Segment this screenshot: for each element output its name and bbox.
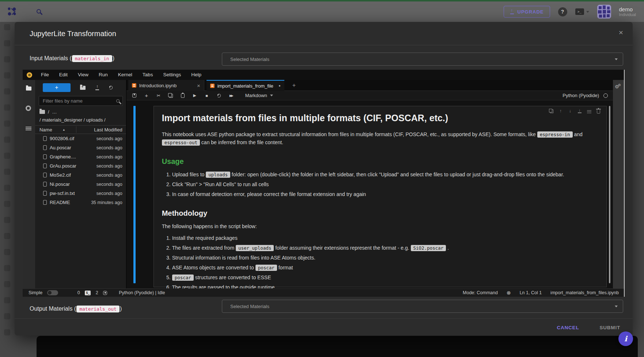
help-icon[interactable]: ? xyxy=(558,7,567,16)
methodology-list: Install the required packagesThe files a… xyxy=(162,234,597,288)
column-header-modified[interactable]: Last Modified xyxy=(94,127,122,133)
kernel-status-icon[interactable] xyxy=(603,93,608,98)
menu-item[interactable]: Tabs xyxy=(137,70,158,80)
add-tab-button[interactable] xyxy=(289,80,299,91)
file-row[interactable]: README 35 minutes ago xyxy=(35,198,126,207)
file-row[interactable]: MoSe2.cif seconds ago xyxy=(35,170,126,180)
restart-run-all-button[interactable] xyxy=(228,94,234,97)
dialog-footer: CANCEL SUBMIT xyxy=(554,321,622,334)
file-name: Graphene.... xyxy=(50,154,76,160)
output-materials-label-text: Output Materials ( xyxy=(30,306,76,312)
tab-import-materials[interactable]: import_materials_from_file xyxy=(207,80,284,91)
background-sidebar-icon xyxy=(4,169,10,175)
close-tab-icon[interactable] xyxy=(197,83,200,88)
filter-files-input[interactable] xyxy=(39,96,123,106)
close-icon[interactable] xyxy=(619,28,623,36)
statusbar-filename: import_materials_from_files.ipynb xyxy=(550,290,619,295)
file-row[interactable]: pw-scf.in.txt seconds ago xyxy=(35,189,126,198)
input-selected-materials-dropdown[interactable]: Selected Materials xyxy=(222,53,623,66)
upload-files-button[interactable] xyxy=(95,85,99,90)
upload-arrow-icon xyxy=(510,9,514,14)
breadcrumb-home-icon[interactable] xyxy=(39,110,45,114)
menu-item[interactable]: Run xyxy=(94,70,113,80)
background-sidebar-icon xyxy=(4,185,10,191)
insert-cell-above-icon[interactable] xyxy=(577,109,582,113)
kernel-status-text[interactable]: Python (Pyodide) | Idle xyxy=(119,290,165,295)
file-row[interactable]: Ni.poscar seconds ago xyxy=(35,180,126,189)
simple-mode-toggle[interactable] xyxy=(47,290,58,295)
menu-item[interactable]: View xyxy=(73,70,94,80)
notebook-scrollbar[interactable] xyxy=(609,106,610,283)
output-selected-materials-dropdown[interactable]: Selected Materials xyxy=(222,300,623,313)
insert-cell-below-icon[interactable] xyxy=(587,110,591,113)
usage-heading: Usage xyxy=(162,157,597,166)
refresh-file-list-button[interactable] xyxy=(109,86,113,89)
file-modified: seconds ago xyxy=(96,136,122,141)
background-sidebar xyxy=(4,24,10,335)
terminal-icon: >_ xyxy=(575,8,584,15)
cell-type-dropdown[interactable]: Markdown xyxy=(245,93,273,98)
stop-kernel-button[interactable] xyxy=(204,93,210,98)
table-of-contents-icon[interactable] xyxy=(26,127,31,130)
menu-item[interactable]: Settings xyxy=(158,70,186,80)
file-icon xyxy=(43,191,47,196)
file-row[interactable]: GrAu.poscar seconds ago xyxy=(35,161,126,170)
input-materials-label-text: Input Materials ( xyxy=(30,55,72,62)
brand-logo-icon[interactable] xyxy=(7,6,18,17)
notebook-icon xyxy=(210,84,215,88)
input-materials-label-suffix: ) xyxy=(113,55,114,62)
copy-cell-button[interactable] xyxy=(168,93,173,98)
markdown-rendered: Import materials from files in multiple … xyxy=(154,106,606,288)
file-modified: seconds ago xyxy=(96,191,122,196)
kernels-count: 2 xyxy=(95,290,98,295)
add-cell-button[interactable] xyxy=(144,92,149,99)
menu-item[interactable]: Kernel xyxy=(113,70,137,80)
markdown-cell[interactable]: Import materials from files in multiple … xyxy=(154,106,607,287)
save-button[interactable] xyxy=(132,93,136,97)
new-folder-button[interactable] xyxy=(80,86,86,90)
menu-item[interactable]: Edit xyxy=(54,70,73,80)
menu-item[interactable]: Help xyxy=(186,70,207,80)
restart-kernel-button[interactable] xyxy=(217,94,221,97)
breadcrumb-root[interactable]: / xyxy=(48,109,49,115)
cancel-button[interactable]: CANCEL xyxy=(554,325,581,331)
menu-item[interactable]: File xyxy=(36,70,54,80)
breadcrumb-path[interactable]: / materials_designer / uploads / xyxy=(39,117,106,123)
background-sidebar-icon xyxy=(4,249,10,255)
file-icon xyxy=(43,173,47,177)
file-row[interactable]: 9002806.cif seconds ago xyxy=(35,134,126,143)
move-cell-down-icon[interactable] xyxy=(568,108,573,114)
run-cell-button[interactable] xyxy=(192,93,198,98)
console-menu-button[interactable]: >_ xyxy=(575,8,589,15)
column-header-name[interactable]: Name xyxy=(39,127,52,133)
property-inspector-gears-icon[interactable] xyxy=(615,84,622,89)
user-avatar[interactable] xyxy=(597,5,611,19)
duplicate-cell-icon[interactable] xyxy=(549,109,553,113)
breadcrumb-ellipsis[interactable]: … xyxy=(52,109,57,115)
search-icon[interactable] xyxy=(37,8,41,15)
tab-introduction[interactable]: Introduction.ipynb xyxy=(128,80,204,91)
delete-cell-icon[interactable] xyxy=(597,110,600,114)
cut-cell-button[interactable] xyxy=(156,93,162,98)
activity-strip xyxy=(23,80,35,288)
file-browser-panel: / … / materials_designer / uploads / Nam… xyxy=(35,80,126,288)
file-row[interactable]: Graphene.... seconds ago xyxy=(35,152,126,161)
move-cell-up-icon[interactable] xyxy=(558,108,563,114)
submit-button[interactable]: SUBMIT xyxy=(597,325,622,331)
background-editor-panel xyxy=(37,336,638,357)
info-fab-button[interactable]: i xyxy=(618,331,633,346)
running-sessions-icon[interactable] xyxy=(26,105,31,111)
user-info[interactable]: demo Individual xyxy=(619,6,636,17)
jupyter-logo-icon xyxy=(27,72,32,78)
methodology-item: poscar structures are converted to ESSE xyxy=(172,274,597,281)
file-browser-tab-icon[interactable] xyxy=(26,87,31,91)
file-row[interactable]: Au.poscar seconds ago xyxy=(35,143,126,152)
filter-files-field[interactable] xyxy=(42,98,116,104)
kernel-name[interactable]: Python (Pyodide) xyxy=(562,93,599,98)
footer-divider xyxy=(15,318,633,319)
upgrade-button[interactable]: UPGRADE xyxy=(504,6,550,18)
methodology-item: Install the required packages xyxy=(172,234,597,242)
paste-cell-button[interactable] xyxy=(181,93,185,98)
new-launcher-button[interactable] xyxy=(43,83,71,92)
cursor-position: Ln 1, Col 1 xyxy=(520,290,542,295)
